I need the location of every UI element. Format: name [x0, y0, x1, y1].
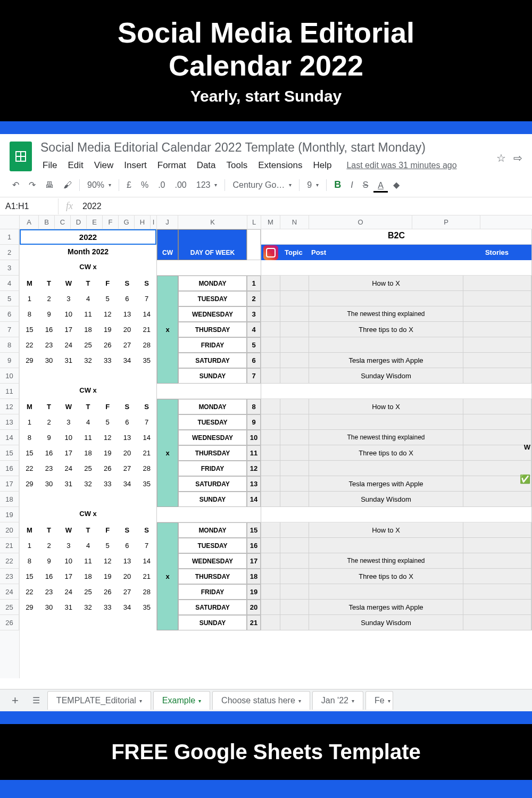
menu-tools[interactable]: Tools	[222, 158, 252, 173]
increase-decimal-button[interactable]: .00	[171, 177, 191, 193]
tab-example[interactable]: Example	[153, 691, 210, 710]
content-row[interactable]: How to X	[261, 399, 531, 414]
font-size-select[interactable]: 9	[303, 177, 323, 193]
row-header[interactable]: 21	[0, 538, 19, 553]
col-header[interactable]: N	[280, 215, 309, 229]
col-header[interactable]: A	[20, 215, 39, 229]
row-header[interactable]: 8	[0, 337, 19, 353]
col-header[interactable]: J	[157, 215, 178, 229]
row-header[interactable]: 4	[0, 276, 19, 291]
tab-template[interactable]: TEMPLATE_Editorial	[47, 691, 151, 710]
row-header[interactable]: 18	[0, 492, 19, 507]
year-cell[interactable]: 2022	[20, 229, 156, 245]
content-row[interactable]: Tesla merges with Apple	[261, 476, 531, 492]
col-header[interactable]: L	[247, 215, 261, 229]
menu-extensions[interactable]: Extensions	[254, 158, 306, 173]
star-icon[interactable]: ☆	[496, 152, 506, 164]
row-header[interactable]: 23	[0, 569, 19, 584]
content-row[interactable]	[261, 291, 531, 306]
content-row[interactable]: How to X	[261, 276, 531, 291]
currency-button[interactable]: £	[122, 177, 136, 193]
row-header[interactable]: 6	[0, 306, 19, 322]
row-header[interactable]: 14	[0, 430, 19, 445]
row-header[interactable]: 12	[0, 399, 19, 414]
move-icon[interactable]: ⇨	[513, 152, 522, 164]
add-sheet-button[interactable]: +	[5, 689, 25, 712]
row-header[interactable]: 25	[0, 600, 19, 615]
all-sheets-button[interactable]: ☰	[27, 691, 45, 710]
tab-jan22[interactable]: Jan '22	[312, 691, 363, 710]
col-header[interactable]: M	[261, 215, 280, 229]
content-row[interactable]: The newest thing explained	[261, 430, 531, 445]
row-header[interactable]: 11	[0, 384, 19, 399]
tab-partial[interactable]: Fe	[365, 691, 393, 710]
col-header[interactable]: O	[309, 215, 412, 229]
content-row[interactable]: The newest thing explained	[261, 553, 531, 569]
content-row[interactable]	[261, 337, 531, 353]
document-title[interactable]: Social Media Editorial Calendar 2022 Tem…	[38, 139, 496, 156]
formula-input[interactable]: 2022	[80, 198, 104, 214]
row-header[interactable]: 7	[0, 322, 19, 337]
print-button[interactable]: 🖶	[41, 177, 58, 193]
undo-button[interactable]: ↶	[8, 177, 23, 193]
col-header[interactable]: F	[103, 215, 119, 229]
content-row[interactable]: Three tips to do X	[261, 445, 531, 461]
content-row[interactable]: Tesla merges with Apple	[261, 353, 531, 368]
name-box[interactable]: A1:H1	[0, 198, 59, 214]
fill-color-button[interactable]: ◆	[389, 177, 404, 193]
row-header[interactable]: 16	[0, 461, 19, 476]
col-header[interactable]: H	[135, 215, 151, 229]
menu-data[interactable]: Data	[193, 158, 220, 173]
col-header[interactable]: E	[87, 215, 103, 229]
italic-button[interactable]: I	[346, 177, 357, 193]
col-header[interactable]: B	[39, 215, 55, 229]
content-row[interactable]	[261, 584, 531, 600]
row-header[interactable]: 15	[0, 445, 19, 461]
content-row[interactable]: Tesla merges with Apple	[261, 600, 531, 615]
text-color-button[interactable]: A	[373, 178, 388, 193]
row-header[interactable]: 24	[0, 584, 19, 600]
menu-view[interactable]: View	[90, 158, 118, 173]
row-header[interactable]: 13	[0, 414, 19, 430]
row-header[interactable]: 26	[0, 615, 19, 630]
menu-format[interactable]: Format	[153, 158, 190, 173]
bold-button[interactable]: B	[330, 176, 345, 194]
row-header[interactable]: 20	[0, 522, 19, 538]
strikethrough-button[interactable]: S	[359, 177, 373, 193]
content-row[interactable]: Sunday Wisdom	[261, 368, 531, 384]
sheets-logo-icon[interactable]	[10, 142, 32, 171]
content-row[interactable]	[261, 414, 531, 430]
menu-insert[interactable]: Insert	[120, 158, 151, 173]
tab-status[interactable]: Choose status here	[212, 691, 310, 710]
row-header[interactable]: 2	[0, 245, 19, 260]
content-row[interactable]: The newest thing explained	[261, 306, 531, 322]
last-edit-link[interactable]: Last edit was 31 minutes ago	[342, 159, 461, 172]
content-row[interactable]	[261, 461, 531, 476]
menu-file[interactable]: File	[38, 158, 61, 173]
content-row[interactable]: Three tips to do X	[261, 322, 531, 337]
spreadsheet-grid[interactable]: 1234567891011121314151617181920212223242…	[0, 215, 532, 678]
col-header[interactable]: I	[151, 215, 157, 229]
content-row[interactable]	[261, 538, 531, 553]
row-header[interactable]: 17	[0, 476, 19, 492]
row-header[interactable]: 3	[0, 260, 19, 276]
col-header[interactable]: P	[412, 215, 480, 229]
month-cell[interactable]: Month 2022	[20, 245, 156, 260]
number-format-button[interactable]: 123	[192, 177, 222, 193]
row-header[interactable]: 1	[0, 229, 19, 245]
content-row[interactable]: Sunday Wisdom	[261, 492, 531, 507]
content-row[interactable]: How to X	[261, 522, 531, 538]
col-header[interactable]: C	[55, 215, 71, 229]
decrease-decimal-button[interactable]: .0	[154, 177, 169, 193]
row-header[interactable]: 22	[0, 553, 19, 569]
col-header[interactable]: K	[178, 215, 247, 229]
col-header[interactable]: G	[119, 215, 135, 229]
row-header[interactable]: 19	[0, 507, 19, 522]
col-header[interactable]: D	[71, 215, 87, 229]
content-row[interactable]: Sunday Wisdom	[261, 615, 531, 630]
content-row[interactable]: Three tips to do X	[261, 569, 531, 584]
menu-edit[interactable]: Edit	[63, 158, 87, 173]
redo-button[interactable]: ↷	[24, 177, 40, 193]
menu-help[interactable]: Help	[309, 158, 336, 173]
row-header[interactable]: 9	[0, 353, 19, 368]
